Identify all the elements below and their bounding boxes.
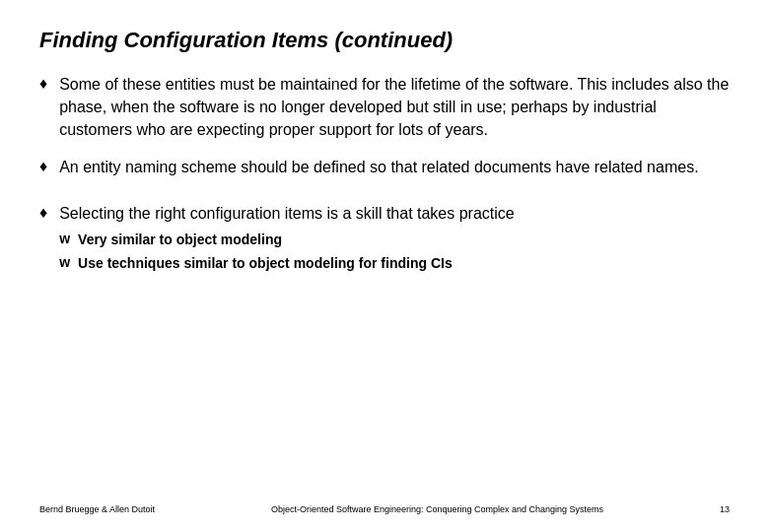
bullet-diamond-2: ♦ — [39, 158, 47, 175]
bullet-diamond-1: ♦ — [39, 75, 47, 93]
slide-footer: Bernd Bruegge & Allen Dutoit Object-Orie… — [39, 497, 730, 514]
sub-bullet-text-1: Very similar to object modeling — [78, 231, 282, 250]
slide-content: ♦ Some of these entities must be maintai… — [39, 73, 730, 497]
sub-bullet-1: w Very similar to object modeling — [59, 231, 515, 250]
bullet-text-3: Selecting the right configuration items … — [59, 205, 515, 222]
bullet-text-1: Some of these entities must be maintaine… — [59, 73, 730, 142]
slide-title: Finding Configuration Items (continued) — [39, 28, 730, 53]
sub-bullet-text-2: Use techniques similar to object modelin… — [78, 254, 453, 274]
bullet-3-content: Selecting the right configuration items … — [59, 202, 515, 277]
bullet-text-2: An entity naming scheme should be define… — [59, 156, 698, 178]
footer-right: 13 — [720, 504, 730, 514]
bullet-item-1: ♦ Some of these entities must be maintai… — [39, 73, 730, 142]
bullet-item-2: ♦ An entity naming scheme should be defi… — [39, 156, 730, 178]
slide: Finding Configuration Items (continued) … — [0, 0, 769, 532]
sub-bullet-prefix-1: w — [59, 231, 70, 246]
sub-bullet-2: w Use techniques similar to object model… — [59, 254, 515, 274]
sub-bullets-container: w Very similar to object modeling w Use … — [59, 231, 515, 273]
footer-left: Bernd Bruegge & Allen Dutoit — [39, 504, 155, 514]
footer-center: Object-Oriented Software Engineering: Co… — [271, 504, 603, 514]
bullet-diamond-3: ♦ — [39, 204, 47, 222]
bullet-item-3: ♦ Selecting the right configuration item… — [39, 202, 730, 277]
sub-bullet-prefix-2: w — [59, 254, 70, 270]
